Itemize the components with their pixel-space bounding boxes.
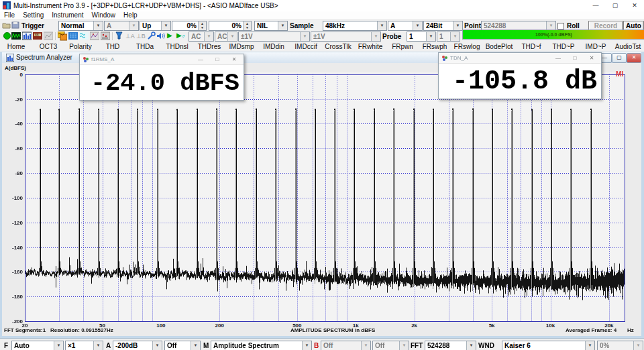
trigger-source-combo[interactable]: A▼ xyxy=(104,21,139,31)
menu-item-setting[interactable]: Setting xyxy=(23,11,44,19)
sample-label: Sample xyxy=(290,22,314,30)
spectrum-plot[interactable] xyxy=(25,72,625,322)
freq-mode-combo[interactable]: Auto▼ xyxy=(11,341,64,350)
dde-icon[interactable] xyxy=(79,32,89,41)
range-a-combo[interactable]: ±1V▼ xyxy=(238,32,310,42)
readout-f1rms-titlebar[interactable]: f1RMS_A — □ ✕ xyxy=(80,54,244,65)
trigger-nil-combo[interactable]: NIL▼ xyxy=(254,21,288,31)
speaker-icon[interactable] xyxy=(156,32,166,41)
tab-thdres[interactable]: THDres xyxy=(193,42,225,51)
y-tick-label: -20 xyxy=(3,97,23,103)
offset-a-combo[interactable]: Off▼ xyxy=(164,341,201,350)
tab-oct3[interactable]: OCT3 xyxy=(32,42,64,51)
x-tick-label: 10k xyxy=(539,323,563,329)
off-b2-combo[interactable]: Off▼ xyxy=(372,341,409,350)
zoom-combo[interactable]: ×1▼ xyxy=(65,341,103,350)
y-tick-label: -160 xyxy=(3,269,23,275)
instrument-toolbar: 88 ⊥A ⊥B ▶ ▶↺ AC▼ AC▼ ±1V▼ ±1V▼ Probe 1▼… xyxy=(0,31,644,42)
sample-channel-combo[interactable]: A▼ xyxy=(388,21,423,31)
off-b1-combo[interactable]: Off▼ xyxy=(321,341,371,350)
tab-home[interactable]: Home xyxy=(0,42,32,51)
tab-frswph[interactable]: FRswph xyxy=(419,42,451,51)
readout-minimize-button[interactable]: — xyxy=(193,56,209,63)
menu-item-instrument[interactable]: Instrument xyxy=(52,11,83,19)
trigger-level-spinner[interactable]: 0%▲▼ xyxy=(172,21,207,31)
readout-minimize-button[interactable]: — xyxy=(550,54,566,62)
calibrate-a-icon[interactable]: ⊥A xyxy=(125,33,135,40)
settings-wrench-icon[interactable] xyxy=(147,32,156,41)
tab-imdsmp[interactable]: IMDsmp xyxy=(225,42,258,51)
fft-label: FFT xyxy=(411,342,423,349)
tab-thd~f[interactable]: THD~f xyxy=(515,42,547,51)
tab-imd~p[interactable]: IMD~P xyxy=(580,42,612,51)
tab-thda[interactable]: THDa xyxy=(129,42,161,51)
filter-icon[interactable] xyxy=(115,32,124,41)
y-tick-label: -60 xyxy=(3,145,23,152)
oscilloscope-icon[interactable] xyxy=(11,32,21,41)
readout-maximize-button[interactable]: □ xyxy=(209,56,225,63)
play-loop-icon[interactable]: ▶↺ xyxy=(176,32,185,39)
tab-audiotst[interactable]: AudioTst xyxy=(612,42,644,51)
open-file-icon[interactable] xyxy=(2,21,11,30)
play-icon[interactable]: ▶ xyxy=(167,32,172,39)
multimeter-icon[interactable]: 88 xyxy=(33,32,42,41)
tab-polarity[interactable]: Polarity xyxy=(64,42,97,51)
menu-bar: FileSettingInstrumentWindowHelp xyxy=(0,11,644,19)
calibrate-b-icon[interactable]: ⊥B xyxy=(136,33,146,40)
minimize-button[interactable]: — xyxy=(586,1,605,10)
probe-b-combo[interactable]: 1▼ xyxy=(437,32,460,42)
overlap-combo[interactable]: 0%▼ xyxy=(597,341,643,350)
sample-bits-combo[interactable]: 24Bit▼ xyxy=(423,21,463,31)
maximize-button[interactable]: ▢ xyxy=(606,1,625,10)
trigger-edge-combo[interactable]: Up▼ xyxy=(140,21,171,31)
readout-close-button[interactable]: ✕ xyxy=(226,56,242,63)
range-b-combo[interactable]: ±1V▼ xyxy=(311,32,381,42)
close-button[interactable]: ✕ xyxy=(625,1,644,10)
ddc-icon[interactable] xyxy=(68,32,78,41)
menu-item-file[interactable]: File xyxy=(4,11,15,19)
window-combo[interactable]: Kaiser 6▼ xyxy=(502,341,595,350)
run-icon[interactable] xyxy=(3,32,12,41)
tab-crosstlk[interactable]: CrossTlk xyxy=(322,42,354,51)
roll-checkbox[interactable] xyxy=(557,23,564,30)
tab-frwhite[interactable]: FRwhite xyxy=(354,42,386,51)
trigger-mode-combo[interactable]: Normal▼ xyxy=(58,21,103,31)
svg-text:88: 88 xyxy=(35,33,39,37)
application-window: Multi-Instrument Pro 3.9 - [+3DP+DLG+LCR… xyxy=(0,0,644,350)
spectrum-3d-plot-icon[interactable] xyxy=(44,32,53,41)
range-combo[interactable]: -200dB▼ xyxy=(113,341,162,350)
readout-maximize-button[interactable]: □ xyxy=(567,54,583,62)
trigger-label: Trigger xyxy=(21,22,44,30)
child-restore-button[interactable]: ▢ xyxy=(612,53,627,63)
tab-frpwn[interactable]: FRpwn xyxy=(386,42,419,51)
tab-imdccif[interactable]: IMDccif xyxy=(290,42,322,51)
panel-tabs: HomeOCT3PolarityTHDTHDaTHDnslTHDresIMDsm… xyxy=(0,42,644,52)
tab-thd~p[interactable]: THD~P xyxy=(547,42,580,51)
coupling-b-combo[interactable]: AC▼ xyxy=(215,32,237,42)
coupling-a-combo[interactable]: AC▼ xyxy=(189,32,214,42)
mode-combo[interactable]: Amplitude Spectrum▼ xyxy=(211,341,312,350)
child-close-button[interactable]: ✕ xyxy=(627,53,641,63)
probe-label: Probe xyxy=(382,33,401,40)
tab-frswlog[interactable]: FRswlog xyxy=(451,42,483,51)
menu-item-window[interactable]: Window xyxy=(92,11,116,19)
fft-points-combo[interactable]: 524288▼ xyxy=(425,341,476,350)
save-icon[interactable] xyxy=(11,21,21,30)
ddp-icon[interactable] xyxy=(90,32,99,41)
tab-bodeplot[interactable]: BodePlot xyxy=(483,42,515,51)
device-test-plan-icon[interactable] xyxy=(101,32,110,41)
trigger-delay-spinner[interactable]: 0%▲▼ xyxy=(209,21,252,31)
spectrum-analyzer-icon[interactable] xyxy=(22,32,32,41)
menu-item-help[interactable]: Help xyxy=(123,11,138,19)
sample-rate-combo[interactable]: 48kHz▼ xyxy=(323,21,387,31)
x-tick-label: 100 xyxy=(149,323,173,329)
tab-thd[interactable]: THD xyxy=(97,42,129,51)
f-label: F xyxy=(4,342,8,349)
readout-title: f1RMS_A xyxy=(91,56,114,62)
tab-thdnsl[interactable]: THDnsl xyxy=(161,42,193,51)
readout-close-button[interactable]: ✕ xyxy=(584,54,600,62)
tab-imddin[interactable]: IMDdin xyxy=(258,42,290,51)
signal-generator-icon[interactable] xyxy=(58,32,67,41)
readout-tdn-titlebar[interactable]: TDN_A — □ ✕ xyxy=(439,53,601,64)
probe-a-combo[interactable]: 1▼ xyxy=(407,32,436,42)
